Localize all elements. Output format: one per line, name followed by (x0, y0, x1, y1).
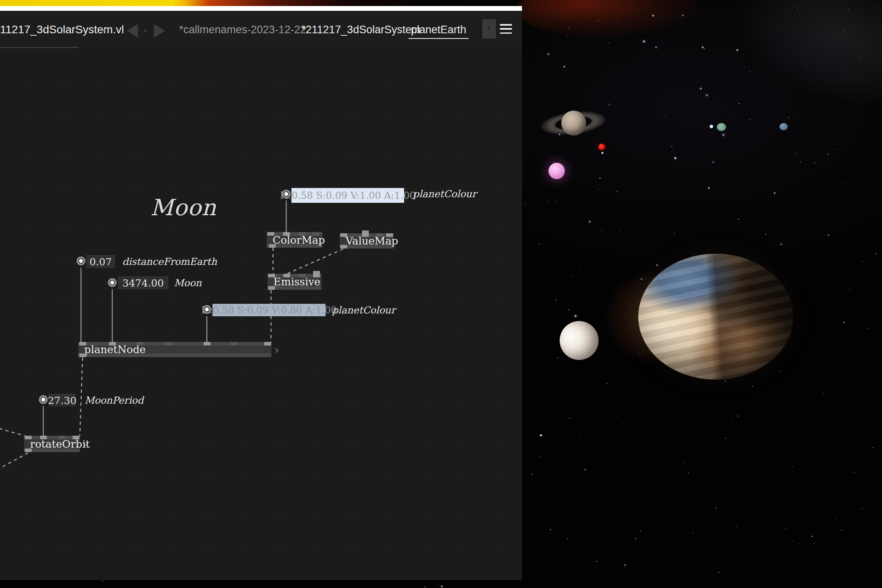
patch-editor-window: 11217_3dSolarSystem.vl ▾ ▾ *callmenames-… (0, 6, 522, 580)
comment-moon-title[interactable]: Moon (150, 194, 216, 220)
nebula-red (517, 0, 702, 38)
screen: 11217_3dSolarSystem.vl ▾ ▾ *callmenames-… (0, 0, 882, 588)
node-rotateorbit-label: rotateOrbit (24, 438, 90, 450)
breadcrumb-application[interactable]: *211217_3dSolarSystem (301, 24, 421, 36)
node-valuemap[interactable]: ValueMap (340, 233, 394, 249)
node-planetnode[interactable]: planetNode (78, 342, 271, 357)
port-distance[interactable] (77, 257, 85, 265)
node-emissive[interactable]: Emissive (267, 274, 322, 290)
planet-earthlike (638, 254, 793, 380)
milky-way-haze (719, 0, 882, 131)
wire-dashed[interactable] (0, 453, 28, 469)
label-moonperiod[interactable]: MoonPeriod (85, 395, 144, 406)
planet-pink (548, 163, 565, 179)
wire-dashed[interactable] (286, 249, 343, 274)
nav-back-icon[interactable] (127, 24, 138, 38)
planet-moon (560, 321, 599, 360)
iobox-moon-period[interactable]: 27.30 (49, 394, 76, 406)
region-chevron-planetnode[interactable]: › (274, 343, 279, 357)
star-speck-1 (601, 152, 603, 154)
planet-saturn (561, 111, 586, 135)
planet-slate (779, 123, 788, 130)
label-planetcolour-mid[interactable]: planetColour (332, 305, 396, 316)
port-moon-period[interactable] (39, 395, 48, 404)
port-moon-diameter[interactable] (108, 278, 117, 287)
node-emissive-label: Emissive (267, 276, 320, 288)
planet-teal (717, 123, 726, 131)
iobox-moon-diameter[interactable]: 3474.00 (118, 277, 168, 289)
patch-header-bar: 11217_3dSolarSystem.vl ▾ ▾ *callmenames-… (0, 11, 522, 48)
wire-dashed[interactable] (80, 358, 83, 436)
nav-forward-icon[interactable] (154, 24, 165, 38)
label-planetcolour-top[interactable]: planetColour (413, 188, 477, 200)
star-speck-2 (710, 125, 713, 128)
port-colour-mid[interactable] (202, 305, 211, 314)
port-colour-top[interactable] (282, 190, 291, 198)
nav-history-caret-icon[interactable]: ▾ (144, 28, 147, 34)
breadcrumb-document[interactable]: *callmenames-2023-12-22 (179, 24, 306, 36)
dropdown-arrow-icon: ▼ (486, 25, 492, 32)
iobox-colour-top[interactable]: H:0.58 S:0.09 V:1.00 A:1.00 (291, 188, 404, 203)
breadcrumb-current-patch[interactable]: planetEarth (409, 24, 469, 39)
wire-dashed[interactable] (0, 428, 27, 436)
iobox-distance[interactable]: 0.07 (86, 255, 115, 268)
planet-red (599, 144, 605, 150)
window-top-border (0, 6, 522, 11)
label-distancefromearth[interactable]: distanceFromEarth (122, 256, 217, 267)
node-colormap[interactable]: ColorMap (267, 232, 322, 248)
patch-canvas[interactable]: Moon H:0.58 S:0.09 V:1.00 A:1.00 planetC… (0, 48, 522, 580)
label-moon[interactable]: Moon (174, 277, 202, 289)
iobox-colour-mid[interactable]: H:0.58 S:0.09 V:0.80 A:1.00 (212, 304, 326, 316)
node-rotateorbit[interactable]: rotateOrbit (24, 436, 80, 452)
menu-icon[interactable] (500, 24, 512, 34)
patch-select-dropdown[interactable]: ▼ (482, 19, 496, 38)
document-tab-caret-icon[interactable]: ▾ (103, 27, 105, 34)
sun-banner (0, 0, 522, 6)
